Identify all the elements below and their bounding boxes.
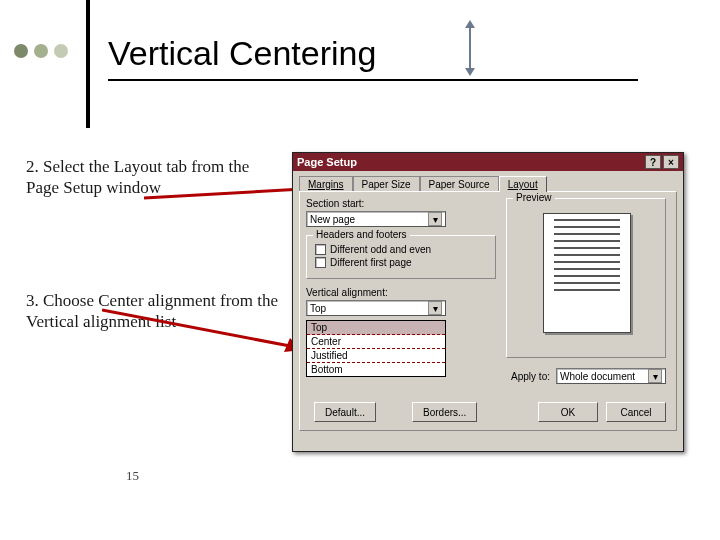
tab-margins[interactable]: Margins bbox=[299, 176, 353, 192]
dialog-titlebar[interactable]: Page Setup ? × bbox=[293, 153, 683, 171]
headers-footers-group: Headers and footers Different odd and ev… bbox=[306, 235, 496, 279]
vertical-alignment-value: Top bbox=[310, 303, 326, 314]
bullet-dots bbox=[14, 44, 68, 58]
vertical-alignment-dropdown[interactable]: Top Center Justified Bottom bbox=[306, 320, 446, 377]
chevron-down-icon: ▾ bbox=[428, 212, 442, 226]
borders-button[interactable]: Borders... bbox=[412, 402, 477, 422]
dot-icon bbox=[14, 44, 28, 58]
help-button[interactable]: ? bbox=[645, 155, 661, 169]
tab-paper-size[interactable]: Paper Size bbox=[353, 176, 420, 192]
svg-marker-1 bbox=[465, 20, 475, 28]
group-legend: Preview bbox=[513, 192, 555, 203]
option-justified[interactable]: Justified bbox=[307, 349, 445, 363]
tab-paper-source[interactable]: Paper Source bbox=[420, 176, 499, 192]
option-bottom[interactable]: Bottom bbox=[307, 363, 445, 376]
checkbox-box-icon bbox=[315, 257, 326, 268]
different-first-page-checkbox[interactable]: Different first page bbox=[315, 257, 487, 268]
slide-number: 15 bbox=[126, 468, 139, 484]
tab-layout[interactable]: Layout bbox=[499, 176, 547, 192]
dialog-title: Page Setup bbox=[297, 156, 357, 168]
vertical-rule bbox=[86, 0, 90, 128]
option-top[interactable]: Top bbox=[307, 321, 445, 335]
option-center[interactable]: Center bbox=[307, 335, 445, 349]
checkbox-label: Different odd and even bbox=[330, 244, 431, 255]
tab-panel-layout: Section start: New page ▾ Headers and fo… bbox=[299, 191, 677, 431]
slide-title: Vertical Centering bbox=[108, 34, 638, 81]
instruction-step-3: 3. Choose Center alignment from the Vert… bbox=[26, 290, 286, 333]
group-legend: Headers and footers bbox=[313, 229, 410, 240]
preview-page-icon bbox=[543, 213, 631, 333]
chevron-down-icon: ▾ bbox=[428, 301, 442, 315]
different-odd-even-checkbox[interactable]: Different odd and even bbox=[315, 244, 487, 255]
apply-to-value: Whole document bbox=[560, 371, 635, 382]
checkbox-box-icon bbox=[315, 244, 326, 255]
cancel-button[interactable]: Cancel bbox=[606, 402, 666, 422]
dot-icon bbox=[34, 44, 48, 58]
default-button[interactable]: Default... bbox=[314, 402, 376, 422]
close-button[interactable]: × bbox=[663, 155, 679, 169]
apply-to-label: Apply to: bbox=[511, 371, 550, 382]
tab-label: Layout bbox=[508, 179, 538, 190]
tab-label: Paper Source bbox=[429, 179, 490, 190]
dot-icon bbox=[54, 44, 68, 58]
preview-group: Preview bbox=[506, 198, 666, 358]
vertical-alignment-combo[interactable]: Top ▾ bbox=[306, 300, 446, 316]
apply-to-row: Apply to: Whole document ▾ bbox=[511, 368, 666, 384]
checkbox-label: Different first page bbox=[330, 257, 412, 268]
chevron-down-icon: ▾ bbox=[648, 369, 662, 383]
tab-label: Margins bbox=[308, 179, 344, 190]
slide-header: Vertical Centering bbox=[14, 22, 638, 86]
section-start-combo[interactable]: New page ▾ bbox=[306, 211, 446, 227]
ok-button[interactable]: OK bbox=[538, 402, 598, 422]
page-setup-dialog: Page Setup ? × Margins Paper Size Paper … bbox=[292, 152, 684, 452]
apply-to-combo[interactable]: Whole document ▾ bbox=[556, 368, 666, 384]
section-start-value: New page bbox=[310, 214, 355, 225]
dialog-tabs: Margins Paper Size Paper Source Layout bbox=[293, 171, 683, 191]
instruction-step-2: 2. Select the Layout tab from the Page S… bbox=[26, 156, 286, 199]
svg-marker-2 bbox=[465, 68, 475, 76]
tab-label: Paper Size bbox=[362, 179, 411, 190]
vertical-double-arrow-icon bbox=[460, 20, 480, 76]
